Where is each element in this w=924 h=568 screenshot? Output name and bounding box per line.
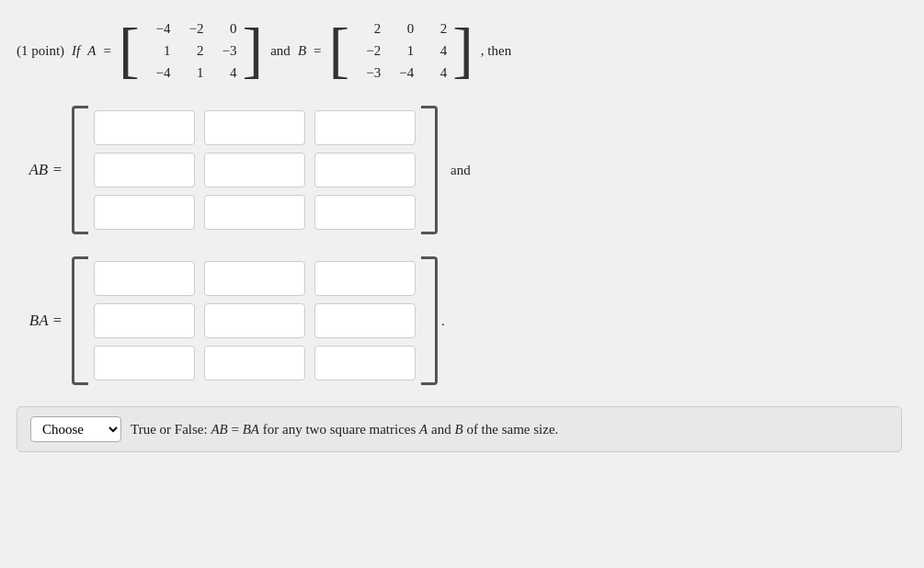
points-label: (1 point) — [17, 43, 64, 59]
ab-input-11[interactable] — [204, 153, 305, 187]
bracket-left-AB — [72, 106, 88, 234]
bracket-right-BA — [421, 256, 438, 385]
b11: 1 — [384, 43, 417, 59]
b00: 2 — [351, 21, 384, 37]
ab-input-02[interactable] — [314, 110, 416, 145]
A-label: A — [87, 43, 96, 59]
a00: −4 — [142, 21, 175, 37]
equals-label: = — [103, 43, 110, 59]
a12: −3 — [208, 43, 241, 59]
a01: −2 — [175, 21, 208, 37]
bracket-left-A: [ — [119, 24, 140, 77]
b22: 4 — [417, 65, 451, 81]
ab-input-10[interactable] — [94, 153, 195, 187]
bracket-right-B: ] — [452, 24, 473, 77]
b21: −4 — [384, 65, 417, 81]
a22: 4 — [208, 65, 241, 81]
a10: 1 — [142, 43, 175, 59]
ba-input-00[interactable] — [94, 261, 195, 296]
BA-label: BA = — [17, 312, 63, 330]
ab-input-12[interactable] — [314, 153, 416, 187]
ba-input-10[interactable] — [94, 303, 195, 338]
ba-input-12[interactable] — [314, 303, 416, 338]
AB-label: AB = — [17, 161, 63, 179]
ab-input-20[interactable] — [94, 195, 195, 230]
B-label: B — [298, 43, 306, 59]
b02: 2 — [417, 21, 451, 37]
b10: −2 — [351, 43, 384, 59]
BA-row: BA = . — [17, 254, 902, 388]
ab-input-00[interactable] — [94, 110, 195, 145]
a11: 2 — [175, 43, 208, 59]
then-label: , then — [481, 43, 511, 59]
matrix-B-display: [ 2 0 2 −2 1 4 −3 −4 4 ] — [329, 17, 473, 85]
matrix-A-values: −4 −2 0 1 2 −3 −4 1 4 — [142, 17, 241, 85]
bracket-left-BA — [72, 256, 88, 385]
BA-input-grid — [88, 254, 421, 388]
bracket-right-A: ] — [243, 24, 264, 77]
AB-row: AB = and — [17, 103, 902, 237]
ab-input-22[interactable] — [314, 195, 416, 230]
ab-input-01[interactable] — [204, 110, 305, 145]
bracket-left-B: [ — [329, 24, 350, 77]
and-label-header: and — [270, 43, 291, 59]
a20: −4 — [142, 65, 175, 81]
ba-input-20[interactable] — [94, 346, 195, 381]
matrix-B-values: 2 0 2 −2 1 4 −3 −4 4 — [351, 17, 451, 85]
ba-input-01[interactable] — [204, 261, 305, 296]
ba-input-02[interactable] — [314, 261, 416, 296]
ba-input-11[interactable] — [204, 303, 305, 338]
bracket-right-AB — [421, 106, 438, 234]
ba-input-22[interactable] — [314, 346, 416, 381]
footer-text: True or False: AB = BA for any two squar… — [131, 422, 558, 437]
b20: −3 — [351, 65, 384, 81]
AB-input-grid — [88, 103, 421, 237]
choose-dropdown[interactable]: Choose True False — [30, 416, 121, 442]
BA-matrix-wrapper — [72, 254, 438, 388]
and-label-middle: and — [451, 163, 471, 178]
b12: 4 — [417, 43, 451, 59]
period-label: . — [441, 313, 445, 329]
a02: 0 — [208, 21, 241, 37]
if-label: If — [72, 43, 80, 59]
footer-section: Choose True False True or False: AB = BA… — [17, 406, 902, 452]
AB-matrix-wrapper — [72, 103, 438, 237]
equals-label-2: = — [314, 43, 321, 59]
ba-input-21[interactable] — [204, 346, 305, 381]
ab-input-21[interactable] — [204, 195, 305, 230]
a21: 1 — [175, 65, 208, 81]
matrix-A-display: [ −4 −2 0 1 2 −3 −4 1 4 ] — [119, 17, 263, 85]
b01: 0 — [384, 21, 417, 37]
problem-header: (1 point) If A = [ −4 −2 0 1 2 −3 −4 1 4… — [17, 17, 902, 85]
